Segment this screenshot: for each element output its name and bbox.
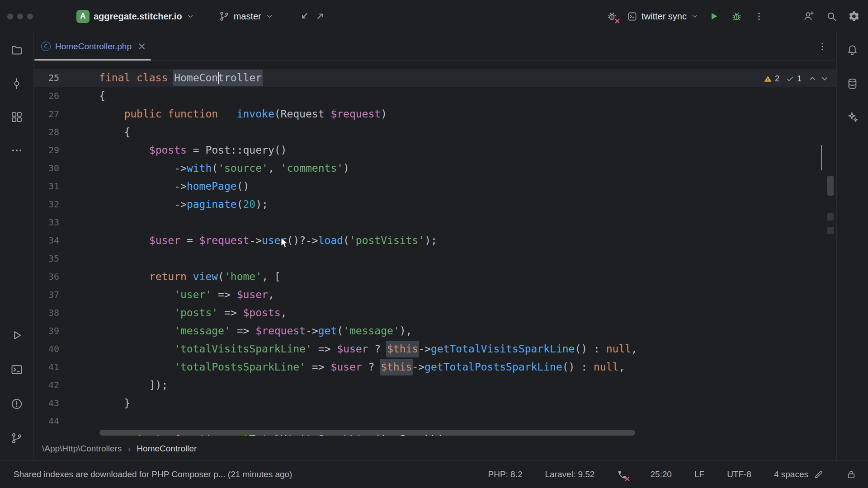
line-number[interactable]: 27 bbox=[34, 105, 59, 123]
code-line[interactable]: 42 ]); bbox=[34, 376, 836, 394]
line-number[interactable]: 42 bbox=[34, 376, 59, 394]
code-line[interactable]: 39 'message' => $request->get('message')… bbox=[34, 322, 836, 340]
code-line[interactable]: 28 { bbox=[34, 123, 836, 141]
more-tool-windows-button[interactable] bbox=[9, 143, 24, 158]
terminal-tool-button[interactable] bbox=[9, 362, 24, 377]
code-line[interactable]: 35 bbox=[34, 249, 836, 267]
version-control-tool-button[interactable] bbox=[9, 431, 24, 446]
inspections-widget[interactable]: 2 1 bbox=[764, 70, 829, 88]
php-version-widget[interactable]: PHP: 8.2 bbox=[488, 469, 522, 479]
push-button[interactable] bbox=[312, 9, 328, 24]
line-number[interactable]: 25 bbox=[34, 69, 59, 87]
update-project-icon bbox=[299, 10, 311, 22]
status-message[interactable]: Shared indexes are downloaded for PHP Co… bbox=[14, 469, 292, 479]
code-line[interactable]: 29 $posts = Post::query() bbox=[34, 141, 836, 159]
status-bar: Shared indexes are downloaded for PHP Co… bbox=[0, 460, 868, 488]
code-line[interactable]: 43 } bbox=[34, 394, 836, 412]
close-tab-icon[interactable]: × bbox=[137, 41, 146, 52]
line-number[interactable]: 31 bbox=[34, 177, 59, 195]
laravel-version-widget[interactable]: Laravel: 9.52 bbox=[545, 469, 595, 479]
window-close-button[interactable] bbox=[7, 14, 13, 19]
code-line[interactable]: 27 public function __invoke(Request $req… bbox=[34, 105, 836, 123]
pencil-icon[interactable] bbox=[814, 469, 824, 479]
line-number[interactable]: 44 bbox=[34, 412, 59, 430]
settings-button[interactable] bbox=[846, 9, 862, 24]
caret-position-widget[interactable]: 25:20 bbox=[650, 469, 672, 479]
code-line[interactable]: 33 bbox=[34, 213, 836, 231]
line-number[interactable]: 40 bbox=[34, 340, 59, 358]
run-button[interactable] bbox=[706, 9, 722, 24]
notifications-button[interactable] bbox=[845, 42, 860, 58]
more-actions-button[interactable] bbox=[751, 9, 767, 24]
breadcrumb-class[interactable]: HomeController bbox=[137, 444, 197, 454]
line-number[interactable]: 35 bbox=[34, 249, 59, 267]
code-text: ->with('source', 'comments') bbox=[99, 159, 349, 177]
code-line[interactable]: 40 'totalVisitsSparkLine' => $user ? $th… bbox=[34, 340, 836, 358]
indent-widget[interactable]: 4 spaces bbox=[774, 469, 824, 479]
tab-options-button[interactable] bbox=[817, 42, 827, 52]
code-line[interactable]: 37 'user' => $user, bbox=[34, 286, 836, 304]
prev-problem-icon[interactable] bbox=[808, 74, 817, 83]
line-number[interactable]: 32 bbox=[34, 195, 59, 213]
window-minimize-button[interactable] bbox=[17, 14, 23, 19]
update-project-button[interactable] bbox=[297, 9, 312, 24]
ok-icon bbox=[786, 75, 794, 83]
line-number[interactable]: 33 bbox=[34, 213, 59, 231]
code-line[interactable]: 25final class HomeController bbox=[34, 69, 836, 87]
line-number[interactable]: 28 bbox=[34, 123, 59, 141]
line-number[interactable]: 41 bbox=[34, 358, 59, 376]
window-zoom-button[interactable] bbox=[27, 14, 33, 19]
structure-icon bbox=[10, 111, 23, 123]
debug-icon bbox=[731, 11, 742, 22]
ai-assistant-button[interactable] bbox=[845, 109, 860, 125]
commit-tool-button[interactable] bbox=[9, 76, 24, 91]
line-number[interactable]: 38 bbox=[34, 304, 59, 322]
code-line[interactable]: 26{ bbox=[34, 87, 836, 105]
breadcrumb-namespace[interactable]: \App\Http\Controllers bbox=[42, 444, 122, 454]
project-tool-button[interactable] bbox=[9, 42, 24, 58]
code-editor[interactable]: 25final class HomeController26{27 public… bbox=[34, 61, 836, 437]
code-with-me-icon bbox=[803, 10, 815, 22]
encoding-widget[interactable]: UTF-8 bbox=[727, 469, 751, 479]
lock-widget[interactable] bbox=[846, 469, 856, 479]
problems-tool-button[interactable] bbox=[9, 396, 24, 412]
code-line[interactable]: 30 ->with('source', 'comments') bbox=[34, 159, 836, 177]
run-tool-button[interactable] bbox=[9, 328, 24, 343]
branch-widget[interactable]: master bbox=[219, 11, 274, 22]
search-everywhere-button[interactable] bbox=[824, 9, 839, 24]
chevron-down-icon bbox=[691, 12, 699, 20]
line-number[interactable]: 37 bbox=[34, 286, 59, 304]
project-widget[interactable]: A aggregate.stitcher.io bbox=[76, 10, 194, 23]
project-icon: A bbox=[76, 10, 90, 23]
code-line[interactable]: 34 $user = $request->user()?->load('post… bbox=[34, 231, 836, 249]
line-separator-widget[interactable]: LF bbox=[694, 469, 704, 479]
scroll-stripe-mark bbox=[827, 213, 834, 221]
next-problem-icon[interactable] bbox=[820, 74, 829, 83]
debug-listen-button[interactable] bbox=[617, 469, 627, 480]
line-number[interactable]: 30 bbox=[34, 159, 59, 177]
code-line[interactable]: 44 bbox=[34, 412, 836, 430]
horizontal-scrollbar[interactable] bbox=[99, 430, 635, 436]
version-control-icon bbox=[10, 432, 23, 445]
code-line[interactable]: 36 return view('home', [ bbox=[34, 267, 836, 286]
debug-listener-icon bbox=[606, 11, 618, 22]
line-number[interactable]: 26 bbox=[34, 87, 59, 105]
tab-homecontroller[interactable]: C HomeController.php × bbox=[34, 33, 151, 60]
code-line[interactable]: 31 ->homePage() bbox=[34, 177, 836, 195]
database-tool-button[interactable] bbox=[845, 76, 860, 91]
line-number[interactable]: 34 bbox=[34, 231, 59, 249]
run-config-widget[interactable]: twitter sync bbox=[627, 11, 699, 22]
line-number[interactable]: 39 bbox=[34, 322, 59, 340]
branch-name: master bbox=[234, 11, 261, 22]
line-number[interactable]: 43 bbox=[34, 394, 59, 412]
structure-tool-button[interactable] bbox=[9, 109, 24, 125]
vertical-scrollbar[interactable] bbox=[827, 176, 834, 196]
code-line[interactable]: 38 'posts' => $posts, bbox=[34, 304, 836, 322]
code-line[interactable]: 32 ->paginate(20); bbox=[34, 195, 836, 213]
code-line[interactable]: 41 'totalPostsSparkLine' => $user ? $thi… bbox=[34, 358, 836, 376]
code-with-me-button[interactable] bbox=[801, 9, 816, 24]
line-number[interactable]: 29 bbox=[34, 141, 59, 159]
debug-listener-button[interactable] bbox=[604, 9, 620, 24]
line-number[interactable]: 36 bbox=[34, 267, 59, 286]
debug-button[interactable] bbox=[729, 9, 744, 24]
